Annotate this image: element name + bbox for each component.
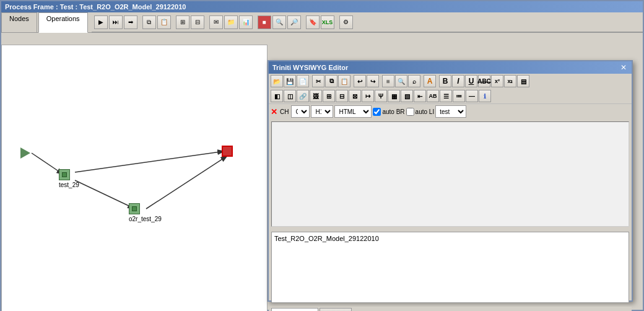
tab-operations[interactable]: Operations xyxy=(38,12,88,33)
font-color-btn[interactable]: A xyxy=(424,75,436,87)
format-select[interactable]: HTMLTEXT xyxy=(334,105,372,118)
editor-toolbar-1: 📂 💾 📄 ✂ ⧉ 📋 ↩ ↪ ≡ 🔍 ⌕ A B I U ABC x² x₂ … xyxy=(269,74,632,89)
svg-line-2 xyxy=(75,180,135,209)
o2r-test-29-node[interactable]: o2r_test_29 xyxy=(129,203,162,222)
table2-btn[interactable]: ▦ xyxy=(388,90,400,102)
o2r-test-29-label: o2r_test_29 xyxy=(129,216,162,222)
tab-wysiwyg[interactable]: WYSIWYG xyxy=(271,308,318,311)
superscript-btn[interactable]: x² xyxy=(491,75,503,87)
save-btn[interactable]: 💾 xyxy=(284,75,296,87)
cut-btn[interactable]: ✂ xyxy=(312,75,324,87)
toolbar-btn-12[interactable]: 🔍 xyxy=(272,15,286,29)
format-bar: ✕ CH CH H1H2H3 HTMLTEXT auto BR auto LI … xyxy=(269,103,632,119)
auto-br-checkbox[interactable] xyxy=(373,108,381,116)
auto-li-label: auto LI xyxy=(406,108,435,116)
toolbar-btn-9[interactable]: 📁 xyxy=(224,15,238,29)
list-num-btn[interactable]: ≔ xyxy=(453,90,465,102)
italic-btn[interactable]: I xyxy=(452,75,464,87)
main-toolbar: ▶ ⏭ ➡ ⧉ 📋 ⊞ ⊟ ✉ 📁 📊 ■ 🔍 🔎 🔖 XLS ⚙ xyxy=(92,12,643,32)
table-prop-btn[interactable]: ⊟ xyxy=(336,90,348,102)
channel-select[interactable]: CH xyxy=(291,105,310,118)
justify-btn[interactable]: ▤ xyxy=(517,75,529,87)
editor-toolbar-2: ◧ ◫ 🔗 🖼 ⊞ ⊟ ⊠ ↦ Ψ ▦ ▧ ⇤ AB ☰ ≔ — ℹ xyxy=(269,89,632,103)
col-next-btn[interactable]: ↦ xyxy=(362,90,374,102)
dialog-title-bar: Triniti WYSIWYG Editor ✕ xyxy=(269,61,632,74)
toolbar-btn-13[interactable]: 🔎 xyxy=(287,15,301,29)
strikethrough-btn[interactable]: ABC xyxy=(478,75,490,87)
list-bullet-btn[interactable]: ☰ xyxy=(440,90,452,102)
editor-content-area xyxy=(271,121,629,227)
toolbar-btn-11[interactable]: ■ xyxy=(258,15,271,29)
start-node[interactable] xyxy=(20,147,30,159)
copy-btn[interactable]: ⧉ xyxy=(325,75,337,87)
table-btn[interactable]: ⊞ xyxy=(323,90,335,102)
indent-btn[interactable]: ⇤ xyxy=(414,90,426,102)
canvas-area: test_29 o2r_test_29 xyxy=(1,45,268,311)
play-button[interactable]: ▶ xyxy=(94,15,108,29)
toolbar-btn-16[interactable]: ⚙ xyxy=(339,15,353,29)
canvas-svg xyxy=(2,45,267,311)
subscript-btn[interactable]: x₂ xyxy=(504,75,516,87)
test-29-label: test_29 xyxy=(59,182,79,188)
align-center-btn[interactable]: ◫ xyxy=(284,90,296,102)
process-frame: Process Frame : Test : Test_R2O_O2R_Mode… xyxy=(0,0,644,311)
copy-button[interactable]: ⧉ xyxy=(142,15,156,29)
tab-row: Nodes Operations ▶ ⏭ ➡ ⧉ 📋 ⊞ ⊟ ✉ 📁 📊 ■ 🔍… xyxy=(1,12,643,33)
align-h-btn[interactable]: AB xyxy=(427,90,439,102)
new-btn[interactable]: 📄 xyxy=(297,75,309,87)
align-left2-btn[interactable]: ◧ xyxy=(271,90,283,102)
toolbar-btn-15[interactable]: XLS xyxy=(321,15,334,29)
bold-btn[interactable]: B xyxy=(439,75,451,87)
dialog-close-button[interactable]: ✕ xyxy=(619,63,628,72)
step-forward-button[interactable]: ⏭ xyxy=(109,15,123,29)
undo-btn[interactable]: ↩ xyxy=(354,75,366,87)
underline-btn[interactable]: U xyxy=(465,75,477,87)
fork-btn[interactable]: Ψ xyxy=(375,90,387,102)
svg-line-3 xyxy=(146,156,228,209)
table3-btn[interactable]: ▧ xyxy=(401,90,413,102)
arrow-right-button[interactable]: ➡ xyxy=(124,15,137,29)
auto-br-label: auto BR xyxy=(373,108,404,116)
image-btn[interactable]: 🖼 xyxy=(310,90,322,102)
auto-li-checkbox[interactable] xyxy=(406,108,414,116)
svg-line-4 xyxy=(75,151,225,172)
editor-textarea[interactable]: Test_R2O_O2R_Model_29122010 xyxy=(271,232,629,303)
theme-select[interactable]: testdefault xyxy=(435,105,466,118)
open-folder-btn[interactable]: 📂 xyxy=(271,75,283,87)
paste-button[interactable]: 📋 xyxy=(157,15,171,29)
test-29-node[interactable]: test_29 xyxy=(59,169,79,188)
process-frame-title: Process Frame : Test : Test_R2O_O2R_Mode… xyxy=(1,1,643,12)
stop-node[interactable] xyxy=(222,146,233,157)
col-prop-btn[interactable]: ⊠ xyxy=(349,90,361,102)
heading-select[interactable]: H1H2H3 xyxy=(311,105,333,118)
hr-btn[interactable]: — xyxy=(466,90,478,102)
paste-btn[interactable]: 📋 xyxy=(338,75,350,87)
toolbar-btn-7[interactable]: ⊟ xyxy=(191,15,204,29)
editor-tabs: WYSIWYG HTML xyxy=(269,307,632,311)
search-btn[interactable]: 🔍 xyxy=(395,75,407,87)
clear-format-btn[interactable]: ✕ xyxy=(271,107,277,116)
wysiwyg-editor-dialog: Triniti WYSIWYG Editor ✕ 📂 💾 📄 ✂ ⧉ 📋 ↩ ↪… xyxy=(268,60,633,302)
toolbar-btn-10[interactable]: 📊 xyxy=(239,15,253,29)
tab-nodes[interactable]: Nodes xyxy=(1,12,37,32)
toolbar-btn-8[interactable]: ✉ xyxy=(209,15,223,29)
toolbar-btn-6[interactable]: ⊞ xyxy=(176,15,189,29)
tab-html[interactable]: HTML xyxy=(320,308,352,311)
dialog-title-text: Triniti WYSIWYG Editor xyxy=(272,64,348,71)
redo-btn[interactable]: ↪ xyxy=(367,75,379,87)
info-btn[interactable]: ℹ xyxy=(479,90,491,102)
channel-label: CH xyxy=(280,108,289,115)
search-replace-btn[interactable]: ⌕ xyxy=(408,75,420,87)
link-btn[interactable]: 🔗 xyxy=(297,90,309,102)
toolbar-btn-14[interactable]: 🔖 xyxy=(306,15,320,29)
align-left-btn[interactable]: ≡ xyxy=(382,75,394,87)
